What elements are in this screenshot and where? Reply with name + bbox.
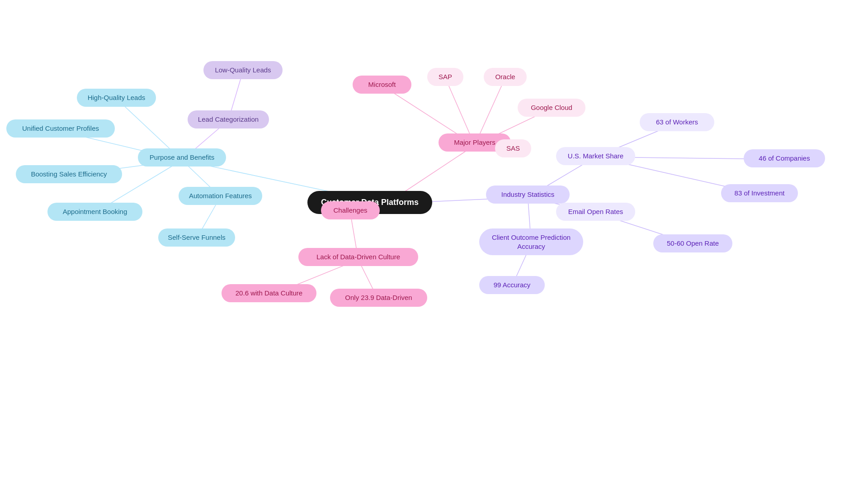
lead-categorization-node: Lead Categorization [188, 110, 269, 128]
boosting-sales-node: Boosting Sales Efficiency [16, 165, 122, 183]
83-investment-node: 83 of Investment [721, 184, 798, 202]
sap-node: SAP [427, 68, 463, 86]
lack-data-culture-node: Lack of Data-Driven Culture [298, 248, 418, 266]
46-companies-node: 46 of Companies [744, 149, 825, 167]
99-accuracy-node: 99 Accuracy [479, 276, 545, 294]
google-cloud-node: Google Cloud [518, 99, 585, 117]
unified-profiles-node: Unified Customer Profiles [6, 119, 115, 138]
20-6-data-culture-node: 20.6 with Data Culture [222, 284, 316, 302]
client-outcome-node: Client Outcome Prediction Accuracy [479, 228, 583, 255]
email-open-rates-node: Email Open Rates [556, 203, 635, 221]
appointment-booking-node: Appointment Booking [47, 203, 142, 221]
low-quality-leads-node: Low-Quality Leads [203, 61, 283, 79]
microsoft-node: Microsoft [353, 76, 411, 94]
63-workers-node: 63 of Workers [640, 113, 714, 131]
only-23-9-node: Only 23.9 Data-Driven [330, 289, 427, 307]
sas-node: SAS [495, 139, 531, 157]
purpose-benefits-node: Purpose and Benefits [138, 148, 226, 167]
self-serve-funnels-node: Self-Serve Funnels [158, 228, 235, 247]
mindmap-container: Customer Data PlatformsMajor PlayersMicr… [0, 0, 868, 490]
automation-features-node: Automation Features [179, 187, 262, 205]
us-market-share-node: U.S. Market Share [556, 147, 635, 165]
oracle-node: Oracle [484, 68, 527, 86]
challenges-node: Challenges [321, 201, 380, 219]
50-60-open-rate-node: 50-60 Open Rate [653, 234, 732, 252]
industry-statistics-node: Industry Statistics [486, 186, 570, 204]
high-quality-leads-node: High-Quality Leads [77, 89, 156, 107]
